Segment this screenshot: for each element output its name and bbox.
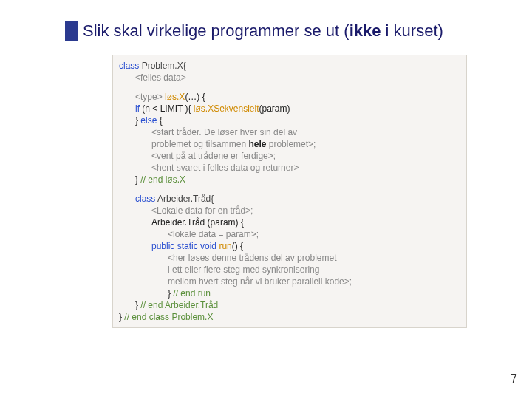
kw-psv: public static void bbox=[151, 241, 216, 251]
class-name: Problem.X{ bbox=[139, 61, 185, 71]
l4-mid: (n < LIMIT ){ bbox=[140, 103, 194, 114]
run-id: run bbox=[216, 241, 232, 251]
kw-else: else bbox=[140, 115, 157, 126]
title-accent-bar bbox=[65, 21, 78, 41]
l3-post: (…) { bbox=[185, 92, 205, 102]
title-pre: Slik skal virkelige programmer se ut ( bbox=[83, 21, 349, 40]
l6: <start tråder. De løser hver sin del av bbox=[119, 126, 460, 138]
code-block-inner: class Arbeider.Tråd{ <Lokale data for en… bbox=[119, 193, 460, 323]
l14: <lokale data = param>; bbox=[119, 228, 460, 240]
l10-cmt: // end løs.X bbox=[140, 174, 185, 185]
felles-data: <felles data> bbox=[119, 72, 460, 83]
l12: <Lokale data for en tråd>; bbox=[119, 205, 460, 216]
l7b: hele bbox=[248, 139, 266, 149]
kw-class2: class bbox=[135, 194, 155, 204]
l7a: problemet og tilsammen bbox=[151, 139, 248, 149]
l9: <hent svaret i felles data og returner> bbox=[119, 162, 460, 174]
kw-class: class bbox=[119, 61, 139, 71]
l21-cmt: // end class Problem.X bbox=[124, 312, 213, 322]
l17: i ett eller flere steg med synkroniserin… bbox=[119, 264, 460, 276]
l13: Arbeider.Tråd (param) { bbox=[119, 216, 460, 228]
code-block-header: class Problem.X{ <felles data> bbox=[119, 60, 460, 83]
l4-id: løs.XSekvensielt bbox=[194, 103, 259, 114]
page-number: 7 bbox=[511, 372, 517, 386]
code-block: class Problem.X{ <felles data> <type> lø… bbox=[112, 55, 467, 328]
l3-id: løs.X bbox=[165, 92, 185, 102]
l8: <vent på at trådene er ferdige>; bbox=[119, 150, 460, 162]
class2-name: Arbeider.Tråd{ bbox=[155, 194, 214, 204]
l7c: problemet>; bbox=[266, 139, 316, 149]
l18: mellom hvert steg når vi bruker parallel… bbox=[119, 276, 460, 287]
l4-post: (param) bbox=[259, 103, 290, 114]
code-block-method1: <type> løs.X(…) { if (n < LIMIT ){ løs.X… bbox=[119, 91, 460, 185]
l20-cmt: // end Arbeider.Tråd bbox=[140, 300, 218, 310]
slide-title: Slik skal virkelige programmer se ut (ik… bbox=[83, 21, 443, 41]
l3-pre: <type> bbox=[135, 92, 165, 102]
title-emph: ikke bbox=[349, 21, 381, 40]
l16: <her løses denne trådens del av probleme… bbox=[119, 252, 460, 264]
title-post: i kurset) bbox=[381, 21, 443, 40]
l5-post: { bbox=[157, 115, 162, 126]
l15-post: () { bbox=[232, 241, 243, 251]
l19-cmt: // end run bbox=[173, 288, 211, 299]
